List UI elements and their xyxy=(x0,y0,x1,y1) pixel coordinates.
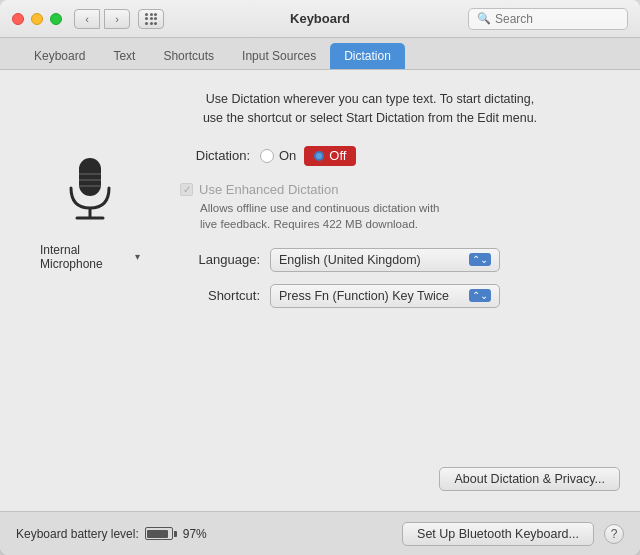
dictation-off-radio[interactable] xyxy=(314,151,324,161)
grid-button[interactable] xyxy=(138,9,164,29)
dictation-label: Dictation: xyxy=(170,148,250,163)
shortcut-select[interactable]: Press Fn (Function) Key Twice ⌃⌄ xyxy=(270,284,500,308)
mic-name: Internal Microphone xyxy=(40,243,132,271)
enhanced-desc-line1: Allows offline use and continuous dictat… xyxy=(200,202,440,214)
back-icon: ‹ xyxy=(85,13,89,25)
dictation-on-option[interactable]: On xyxy=(260,148,296,163)
back-button[interactable]: ‹ xyxy=(74,9,100,29)
tab-dictation[interactable]: Dictation xyxy=(330,43,405,69)
bottom-right: Set Up Bluetooth Keyboard... ? xyxy=(402,522,624,546)
dictation-on-radio[interactable] xyxy=(260,149,274,163)
window: ‹ › Keyboard 🔍 Keyboard Text Sh xyxy=(0,0,640,555)
mic-dropdown-icon: ▾ xyxy=(135,251,140,262)
close-button[interactable] xyxy=(12,13,24,25)
enhanced-checkbox-row: Use Enhanced Dictation xyxy=(180,182,620,197)
svg-rect-0 xyxy=(79,158,101,196)
enhanced-label: Use Enhanced Dictation xyxy=(199,182,338,197)
enhanced-description: Allows offline use and continuous dictat… xyxy=(200,200,620,232)
main-panel: Internal Microphone ▾ Dictation: On xyxy=(40,146,620,320)
battery-label: Keyboard battery level: xyxy=(16,527,139,541)
shortcut-value: Press Fn (Function) Key Twice xyxy=(279,289,449,303)
tabbar: Keyboard Text Shortcuts Input Sources Di… xyxy=(0,38,640,70)
language-dropdown-icon: ⌃⌄ xyxy=(469,253,491,266)
traffic-lights xyxy=(12,13,62,25)
battery-area: Keyboard battery level: 97% xyxy=(16,527,207,541)
description: Use Dictation wherever you can type text… xyxy=(120,90,620,128)
description-line2: use the shortcut or select Start Dictati… xyxy=(203,111,537,125)
settings-panel: Dictation: On Off xyxy=(170,146,620,320)
shortcut-label: Shortcut: xyxy=(170,288,260,303)
dictation-off-label: Off xyxy=(329,148,346,163)
setup-bluetooth-button[interactable]: Set Up Bluetooth Keyboard... xyxy=(402,522,594,546)
maximize-button[interactable] xyxy=(50,13,62,25)
dictation-on-label: On xyxy=(279,148,296,163)
language-label: Language: xyxy=(170,252,260,267)
titlebar: ‹ › Keyboard 🔍 xyxy=(0,0,640,38)
mic-area: Internal Microphone ▾ xyxy=(40,156,140,271)
enhanced-desc-line2: live feedback. Requires 422 MB download. xyxy=(200,218,418,230)
battery-percent: 97% xyxy=(183,527,207,541)
language-row: Language: English (United Kingdom) ⌃⌄ xyxy=(170,248,620,272)
enhanced-dictation-section: Use Enhanced Dictation Allows offline us… xyxy=(180,182,620,232)
enhanced-checkbox[interactable] xyxy=(180,183,193,196)
description-line1: Use Dictation wherever you can type text… xyxy=(206,92,534,106)
dictation-radio-group: On Off xyxy=(260,146,356,166)
about-dictation-button[interactable]: About Dictation & Privacy... xyxy=(439,467,620,491)
minimize-button[interactable] xyxy=(31,13,43,25)
dictation-off-option[interactable]: Off xyxy=(304,146,356,166)
forward-icon: › xyxy=(115,13,119,25)
tab-input-sources[interactable]: Input Sources xyxy=(228,43,330,69)
dictation-toggle-row: Dictation: On Off xyxy=(170,146,620,166)
tab-text[interactable]: Text xyxy=(99,43,149,69)
help-icon: ? xyxy=(611,527,618,541)
window-title: Keyboard xyxy=(290,11,350,26)
tab-keyboard[interactable]: Keyboard xyxy=(20,43,99,69)
bottom-bar: Keyboard battery level: 97% Set Up Bluet… xyxy=(0,511,640,555)
search-input[interactable] xyxy=(495,12,619,26)
help-button[interactable]: ? xyxy=(604,524,624,544)
content-area: Use Dictation wherever you can type text… xyxy=(0,70,640,511)
language-value: English (United Kingdom) xyxy=(279,253,421,267)
language-select[interactable]: English (United Kingdom) ⌃⌄ xyxy=(270,248,500,272)
shortcut-dropdown-icon: ⌃⌄ xyxy=(469,289,491,302)
battery-icon xyxy=(145,527,177,540)
mic-label[interactable]: Internal Microphone ▾ xyxy=(40,243,140,271)
nav-buttons: ‹ › xyxy=(74,9,130,29)
tab-shortcuts[interactable]: Shortcuts xyxy=(149,43,228,69)
search-box[interactable]: 🔍 xyxy=(468,8,628,30)
search-icon: 🔍 xyxy=(477,12,491,25)
microphone-icon xyxy=(63,156,117,235)
forward-button[interactable]: › xyxy=(104,9,130,29)
grid-icon xyxy=(145,13,157,25)
shortcut-row: Shortcut: Press Fn (Function) Key Twice … xyxy=(170,284,620,308)
